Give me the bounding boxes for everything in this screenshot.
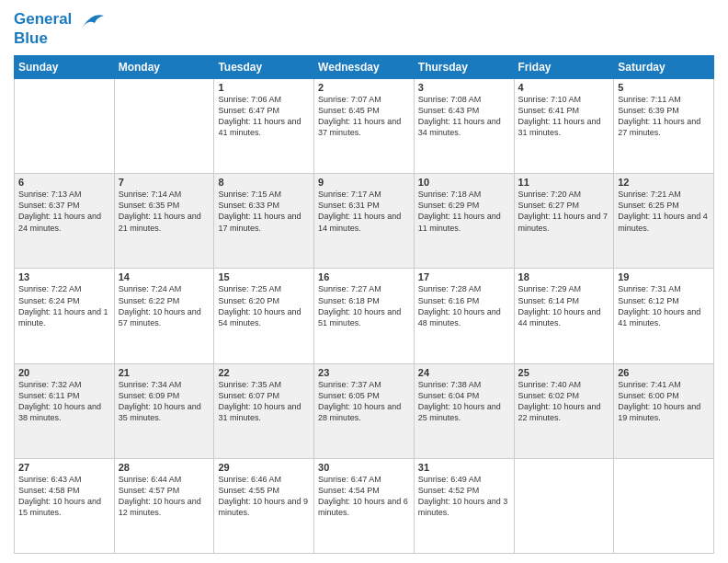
calendar-cell: 9Sunrise: 7:17 AMSunset: 6:31 PMDaylight… <box>314 174 415 269</box>
cell-info: Sunrise: 6:43 AMSunset: 4:58 PMDaylight:… <box>18 474 110 519</box>
calendar-cell <box>614 458 714 553</box>
calendar-week-row: 13Sunrise: 7:22 AMSunset: 6:24 PMDayligh… <box>15 269 714 363</box>
cell-info: Sunrise: 7:24 AMSunset: 6:22 PMDaylight:… <box>119 283 210 328</box>
calendar-header-row: SundayMondayTuesdayWednesdayThursdayFrid… <box>15 56 714 79</box>
day-number: 26 <box>618 367 710 378</box>
calendar-week-row: 20Sunrise: 7:32 AMSunset: 6:11 PMDayligh… <box>15 363 714 458</box>
cell-info: Sunrise: 7:08 AMSunset: 6:43 PMDaylight:… <box>418 94 510 139</box>
day-number: 27 <box>18 462 110 473</box>
day-header-tuesday: Tuesday <box>214 56 314 79</box>
day-number: 29 <box>218 462 310 473</box>
calendar-cell <box>514 458 614 553</box>
calendar-cell: 18Sunrise: 7:29 AMSunset: 6:14 PMDayligh… <box>514 269 614 363</box>
cell-info: Sunrise: 7:37 AMSunset: 6:05 PMDaylight:… <box>318 379 410 424</box>
day-header-sunday: Sunday <box>15 56 115 79</box>
header: General Blue <box>14 9 714 48</box>
calendar-cell <box>114 79 214 174</box>
day-number: 30 <box>318 462 410 473</box>
day-number: 4 <box>518 82 610 93</box>
cell-info: Sunrise: 6:47 AMSunset: 4:54 PMDaylight:… <box>318 474 410 519</box>
day-header-saturday: Saturday <box>614 56 714 79</box>
logo-blue: Blue <box>14 29 106 48</box>
cell-info: Sunrise: 7:27 AMSunset: 6:18 PMDaylight:… <box>318 283 410 328</box>
day-number: 25 <box>518 367 610 378</box>
day-number: 21 <box>119 367 210 378</box>
cell-info: Sunrise: 7:15 AMSunset: 6:33 PMDaylight:… <box>218 189 310 234</box>
calendar-cell: 24Sunrise: 7:38 AMSunset: 6:04 PMDayligh… <box>414 363 514 458</box>
day-number: 8 <box>218 177 310 188</box>
day-number: 31 <box>418 462 510 473</box>
calendar-cell: 26Sunrise: 7:41 AMSunset: 6:00 PMDayligh… <box>614 363 714 458</box>
day-number: 15 <box>218 271 310 282</box>
cell-info: Sunrise: 7:17 AMSunset: 6:31 PMDaylight:… <box>318 189 410 234</box>
cell-info: Sunrise: 6:49 AMSunset: 4:52 PMDaylight:… <box>418 474 510 519</box>
cell-info: Sunrise: 7:28 AMSunset: 6:16 PMDaylight:… <box>418 283 510 328</box>
day-number: 22 <box>218 367 310 378</box>
day-number: 16 <box>318 271 410 282</box>
logo: General Blue <box>14 9 106 48</box>
day-number: 17 <box>418 271 510 282</box>
calendar-cell: 16Sunrise: 7:27 AMSunset: 6:18 PMDayligh… <box>314 269 415 363</box>
cell-info: Sunrise: 7:40 AMSunset: 6:02 PMDaylight:… <box>518 379 610 424</box>
cell-info: Sunrise: 7:13 AMSunset: 6:37 PMDaylight:… <box>18 189 110 234</box>
calendar-cell: 12Sunrise: 7:21 AMSunset: 6:25 PMDayligh… <box>614 174 714 269</box>
calendar-cell: 31Sunrise: 6:49 AMSunset: 4:52 PMDayligh… <box>414 458 514 553</box>
calendar-cell: 3Sunrise: 7:08 AMSunset: 6:43 PMDaylight… <box>414 79 514 174</box>
day-number: 5 <box>618 82 710 93</box>
cell-info: Sunrise: 7:10 AMSunset: 6:41 PMDaylight:… <box>518 94 610 139</box>
calendar-cell: 17Sunrise: 7:28 AMSunset: 6:16 PMDayligh… <box>414 269 514 363</box>
calendar-cell: 4Sunrise: 7:10 AMSunset: 6:41 PMDaylight… <box>514 79 614 174</box>
cell-info: Sunrise: 6:44 AMSunset: 4:57 PMDaylight:… <box>119 474 210 519</box>
page: General Blue SundayMondayTuesdayWednesda… <box>0 0 728 563</box>
cell-info: Sunrise: 7:41 AMSunset: 6:00 PMDaylight:… <box>618 379 710 424</box>
cell-info: Sunrise: 7:35 AMSunset: 6:07 PMDaylight:… <box>218 379 310 424</box>
day-number: 18 <box>518 271 610 282</box>
day-number: 3 <box>418 82 510 93</box>
day-number: 13 <box>18 271 110 282</box>
calendar-week-row: 6Sunrise: 7:13 AMSunset: 6:37 PMDaylight… <box>15 174 714 269</box>
cell-info: Sunrise: 7:25 AMSunset: 6:20 PMDaylight:… <box>218 283 310 328</box>
calendar-table: SundayMondayTuesdayWednesdayThursdayFrid… <box>14 55 714 554</box>
calendar-cell: 7Sunrise: 7:14 AMSunset: 6:35 PMDaylight… <box>114 174 214 269</box>
day-header-friday: Friday <box>514 56 614 79</box>
calendar-cell: 22Sunrise: 7:35 AMSunset: 6:07 PMDayligh… <box>214 363 314 458</box>
calendar-cell: 14Sunrise: 7:24 AMSunset: 6:22 PMDayligh… <box>114 269 214 363</box>
cell-info: Sunrise: 7:07 AMSunset: 6:45 PMDaylight:… <box>318 94 410 139</box>
calendar-cell: 28Sunrise: 6:44 AMSunset: 4:57 PMDayligh… <box>114 458 214 553</box>
day-number: 12 <box>618 177 710 188</box>
cell-info: Sunrise: 7:14 AMSunset: 6:35 PMDaylight:… <box>119 189 210 234</box>
cell-info: Sunrise: 7:22 AMSunset: 6:24 PMDaylight:… <box>18 283 110 328</box>
calendar-cell: 19Sunrise: 7:31 AMSunset: 6:12 PMDayligh… <box>614 269 714 363</box>
cell-info: Sunrise: 7:34 AMSunset: 6:09 PMDaylight:… <box>119 379 210 424</box>
cell-info: Sunrise: 7:21 AMSunset: 6:25 PMDaylight:… <box>618 189 710 234</box>
day-number: 11 <box>518 177 610 188</box>
day-number: 10 <box>418 177 510 188</box>
day-number: 1 <box>218 82 310 93</box>
calendar-cell: 6Sunrise: 7:13 AMSunset: 6:37 PMDaylight… <box>15 174 115 269</box>
calendar-cell: 8Sunrise: 7:15 AMSunset: 6:33 PMDaylight… <box>214 174 314 269</box>
calendar-cell: 11Sunrise: 7:20 AMSunset: 6:27 PMDayligh… <box>514 174 614 269</box>
calendar-cell: 5Sunrise: 7:11 AMSunset: 6:39 PMDaylight… <box>614 79 714 174</box>
day-number: 19 <box>618 271 710 282</box>
calendar-cell: 1Sunrise: 7:06 AMSunset: 6:47 PMDaylight… <box>214 79 314 174</box>
calendar-cell: 20Sunrise: 7:32 AMSunset: 6:11 PMDayligh… <box>15 363 115 458</box>
cell-info: Sunrise: 7:06 AMSunset: 6:47 PMDaylight:… <box>218 94 310 139</box>
day-number: 20 <box>18 367 110 378</box>
calendar-cell: 2Sunrise: 7:07 AMSunset: 6:45 PMDaylight… <box>314 79 415 174</box>
day-number: 24 <box>418 367 510 378</box>
day-header-thursday: Thursday <box>414 56 514 79</box>
calendar-cell: 30Sunrise: 6:47 AMSunset: 4:54 PMDayligh… <box>314 458 415 553</box>
calendar-cell: 10Sunrise: 7:18 AMSunset: 6:29 PMDayligh… <box>414 174 514 269</box>
day-header-monday: Monday <box>114 56 214 79</box>
day-number: 2 <box>318 82 410 93</box>
day-number: 7 <box>119 177 210 188</box>
cell-info: Sunrise: 7:18 AMSunset: 6:29 PMDaylight:… <box>418 189 510 234</box>
day-header-wednesday: Wednesday <box>314 56 415 79</box>
calendar-week-row: 1Sunrise: 7:06 AMSunset: 6:47 PMDaylight… <box>15 79 714 174</box>
calendar-cell: 13Sunrise: 7:22 AMSunset: 6:24 PMDayligh… <box>15 269 115 363</box>
cell-info: Sunrise: 7:29 AMSunset: 6:14 PMDaylight:… <box>518 283 610 328</box>
calendar-cell: 29Sunrise: 6:46 AMSunset: 4:55 PMDayligh… <box>214 458 314 553</box>
calendar-cell: 15Sunrise: 7:25 AMSunset: 6:20 PMDayligh… <box>214 269 314 363</box>
cell-info: Sunrise: 7:38 AMSunset: 6:04 PMDaylight:… <box>418 379 510 424</box>
calendar-cell: 23Sunrise: 7:37 AMSunset: 6:05 PMDayligh… <box>314 363 415 458</box>
